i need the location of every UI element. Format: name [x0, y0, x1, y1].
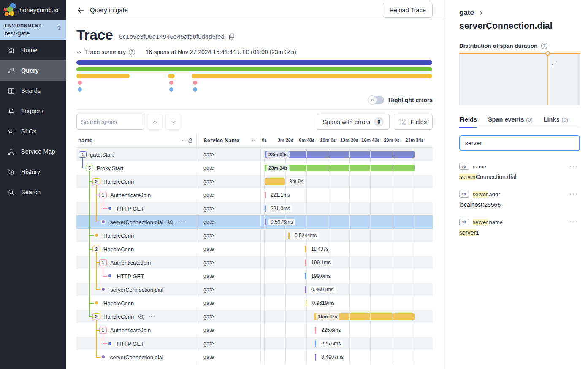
duration-distribution-chart[interactable] [459, 53, 580, 105]
trace-summary-collapse[interactable]: Trace summary [76, 49, 126, 55]
environment-switcher[interactable]: ENVIRONMENT test-gate [0, 20, 66, 40]
span-duration: 0.5244ms [293, 232, 319, 239]
help-icon[interactable]: ? [129, 49, 135, 55]
sidebar-item-search[interactable]: Search [0, 182, 66, 202]
sort-chevron-icon[interactable] [252, 138, 256, 143]
minimap-span-dot[interactable] [169, 81, 173, 85]
minimap-span-bar[interactable] [76, 67, 432, 71]
span-row[interactable]: serverConnection.dial···gate0.5976ms [76, 215, 433, 229]
span-row[interactable]: HTTP GETgate221.0ms [76, 202, 433, 215]
service-map-icon [7, 147, 15, 156]
span-collapse-toggle[interactable]: 2 [92, 178, 100, 185]
sidebar-item-home[interactable]: Home [0, 40, 66, 60]
span-collapse-toggle[interactable]: 1 [99, 259, 107, 266]
zoom-to-span-icon[interactable] [138, 314, 144, 320]
span-duration-bar[interactable] [315, 354, 316, 361]
span-duration-bar[interactable] [288, 232, 290, 239]
span-row[interactable]: serverConnection.dialgate0.4691ms [76, 283, 433, 296]
sort-chevron-icon[interactable] [181, 138, 185, 143]
sidebar-item-triggers[interactable]: Triggers [0, 101, 66, 121]
minimap-span-bar[interactable] [76, 74, 130, 78]
service-name-column-header[interactable]: Service Name [203, 137, 239, 144]
span-name-cell: HandleConn [76, 296, 197, 310]
minimap-span-bar[interactable] [192, 74, 432, 78]
minimap-span-bar[interactable] [76, 60, 432, 65]
span-collapse-toggle[interactable]: 1 [99, 327, 107, 334]
span-row[interactable]: HTTP GETgate199.0ms [76, 269, 433, 283]
more-actions-icon[interactable]: ··· [569, 220, 580, 224]
span-row[interactable]: 1gate.Startgate23m 34s [76, 148, 433, 161]
honeycomb-logo[interactable]: honeycomb.io [0, 0, 66, 20]
span-row[interactable]: HandleConngate0.5244ms [76, 229, 433, 242]
previous-match-button[interactable] [147, 114, 163, 130]
span-collapse-toggle[interactable]: 1 [79, 151, 87, 158]
span-duration-bar[interactable] [305, 246, 306, 252]
field-key-text: server.addr [473, 191, 500, 198]
span-row[interactable]: 5Proxy.Startgate23m 34s [76, 161, 433, 175]
sidebar-item-slos[interactable]: SLOs [0, 121, 66, 141]
span-collapse-toggle[interactable]: 1 [99, 192, 107, 198]
more-actions-icon[interactable]: ··· [178, 220, 185, 224]
span-row[interactable]: 1AuthenticateJoingate221.1ms [76, 188, 433, 202]
span-name-cell: HTTP GET [76, 202, 197, 215]
minimap-span-dot[interactable] [78, 87, 82, 92]
field-value: localhost:25566 [459, 201, 580, 208]
span-duration-bar[interactable] [305, 273, 306, 279]
search-spans-input[interactable] [76, 114, 144, 130]
breadcrumb[interactable]: gate [459, 8, 580, 17]
span-row[interactable]: 1AuthenticateJoingate199.1ms [76, 256, 433, 269]
more-actions-icon[interactable]: ··· [569, 192, 580, 196]
minimap-span-dot[interactable] [169, 87, 173, 92]
tab-fields[interactable]: Fields [459, 116, 477, 128]
span-row[interactable]: HandleConngate0.9619ms [76, 296, 433, 310]
tab-links[interactable]: Links(0) [544, 116, 568, 128]
span-row[interactable]: 1AuthenticateJoingate225.6ms [76, 323, 433, 337]
span-collapse-toggle[interactable]: 5 [86, 165, 93, 171]
lock-icon[interactable] [188, 138, 193, 143]
tab-span-events[interactable]: Span events(0) [488, 116, 533, 128]
span-duration-bar[interactable] [305, 259, 306, 266]
fields-button[interactable]: Fields [394, 114, 433, 130]
minimap-span-dot[interactable] [193, 87, 197, 92]
copy-icon[interactable] [228, 33, 235, 40]
zoom-to-span-icon[interactable] [168, 219, 174, 225]
next-match-button[interactable] [165, 114, 181, 130]
span-duration-bar[interactable] [305, 286, 306, 293]
span-row[interactable]: 2HandleConngate3m 9s [76, 175, 433, 188]
span-timeline-cell: 23m 34s [260, 161, 433, 175]
minimap-row [76, 67, 432, 71]
help-icon[interactable]: ? [541, 43, 547, 49]
sidebar-item-service-map[interactable]: Service Map [0, 141, 66, 162]
span-row[interactable]: HTTP GETgate225.6ms [76, 337, 433, 350]
name-column-header[interactable]: name [78, 137, 92, 144]
field-item: strserver.name···server1 [459, 219, 580, 236]
spans-with-errors-label: Spans with errors [322, 119, 370, 125]
span-row[interactable]: 2HandleConn···gate15m 47s [76, 310, 433, 323]
breadcrumb-service[interactable]: gate [459, 8, 474, 17]
span-row[interactable]: 2HandleConngate11.437s [76, 242, 433, 256]
span-toolbar: Spans with errors 0 Fields [76, 114, 433, 130]
span-row[interactable]: serverConnection.dialgate0.4907ms [76, 350, 433, 364]
more-actions-icon[interactable]: ··· [148, 315, 156, 319]
app-window: honeycomb.io ENVIRONMENT test-gate HomeQ… [0, 0, 588, 369]
sidebar-item-boards[interactable]: Boards [0, 81, 66, 101]
span-collapse-toggle[interactable]: 2 [92, 313, 100, 320]
highlight-errors-toggle[interactable]: × [368, 96, 384, 104]
table-header: name Service Name 0s3m 20s6m 40s10m 0s13… [76, 133, 433, 148]
field-search-input[interactable] [459, 135, 580, 151]
sidebar-item-history[interactable]: History [0, 162, 66, 182]
minimap-span-dot[interactable] [78, 81, 82, 85]
trace-minimap[interactable] [76, 60, 432, 92]
minimap-span-bar[interactable] [168, 74, 174, 78]
more-actions-icon[interactable]: ··· [569, 164, 580, 168]
span-duration-bar[interactable] [315, 327, 316, 334]
sidebar-item-query[interactable]: Query [0, 60, 66, 81]
span-collapse-toggle[interactable]: 2 [92, 246, 100, 252]
back-button[interactable] [76, 6, 85, 14]
span-duration-bar[interactable] [315, 340, 316, 347]
minimap-span-dot[interactable] [193, 81, 197, 85]
spans-with-errors-button[interactable]: Spans with errors 0 [317, 114, 390, 130]
reload-trace-button[interactable]: Reload Trace [383, 3, 433, 18]
span-timeline-cell: 0.5976ms [260, 215, 433, 229]
span-duration-bar[interactable] [264, 178, 285, 185]
